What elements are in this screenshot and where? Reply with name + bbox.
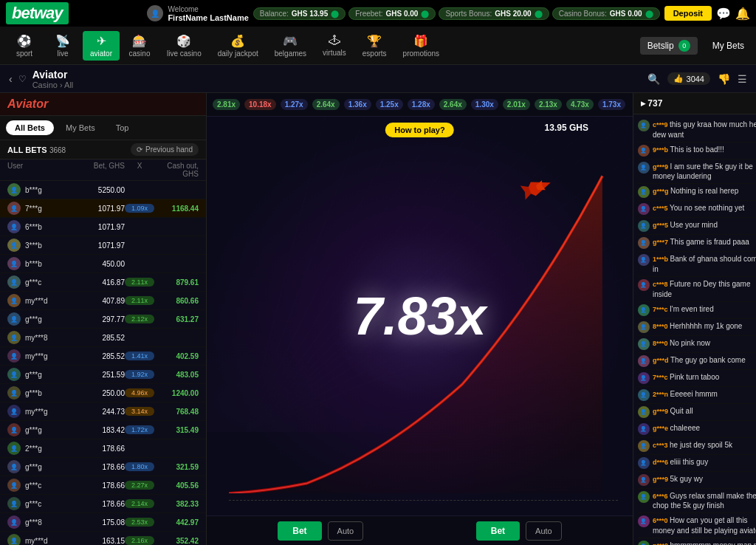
bet-amount: 407.89 <box>77 297 125 305</box>
bet-cashout: 402.59 <box>154 352 199 360</box>
chat-content: 8***0 No pink now <box>653 338 756 349</box>
notifications-icon[interactable]: 🔔 <box>735 7 750 21</box>
chat-content: d***6 eliii this guy <box>653 457 756 467</box>
sport-nav-virtuals[interactable]: 🕹 virtuals <box>315 31 354 60</box>
bet-username: 7***g <box>25 205 77 213</box>
menu-icon[interactable]: ☰ <box>738 73 747 85</box>
bet-button-left[interactable]: Bet <box>278 521 321 541</box>
tab-top[interactable]: Top <box>107 120 138 135</box>
bet-username: my***g <box>25 408 77 416</box>
bet-multiplier: 1.09x <box>125 204 154 213</box>
promotions-label: promotions <box>403 49 439 58</box>
sport-nav-aviator[interactable]: ✈ aviator <box>83 31 120 61</box>
bet-amount: 250.00 <box>77 389 125 397</box>
deposit-button[interactable]: Deposit <box>664 6 712 21</box>
chat-text: Pink turn taboo <box>670 373 719 381</box>
betway-logo: betway <box>6 2 69 24</box>
sport-nav-belgames[interactable]: 🎮 belgames <box>267 31 314 61</box>
list-item: 👤c***3 he just dey spoil 5k👍 <box>638 438 756 455</box>
prev-hand-icon: ⟳ <box>137 145 142 154</box>
table-row: 👤my***g285.521.41x402.59 <box>0 347 206 366</box>
avatar: 👤 <box>638 279 650 291</box>
chat-username: g***9 <box>653 408 670 415</box>
chat-content: 6***6 Guys relax small make them chop th… <box>653 491 756 511</box>
search-icon[interactable]: 🔍 <box>647 73 660 85</box>
bet-cashout: 860.66 <box>154 297 199 305</box>
sport-nav-live-casino[interactable]: 🎲 live casino <box>159 31 209 61</box>
avatar: 👤 <box>638 145 650 157</box>
chat-username: c***8 <box>653 281 670 288</box>
list-item: 👤8***0 Herhhhhh my 1k gone👍 <box>638 319 756 336</box>
chat-content: p***0 hmmmmmm money man plz stop plz sto… <box>653 541 756 545</box>
favorite-icon[interactable]: ♡ <box>18 74 27 84</box>
bet-multiplier <box>125 226 154 227</box>
bet-username: 3***b <box>25 241 77 250</box>
bet-amount: 1071.97 <box>77 205 125 213</box>
betslip-badge[interactable]: Betslip 0 <box>640 37 698 55</box>
bet-amount: 251.59 <box>77 371 125 379</box>
sport-nav-promotions[interactable]: 🎁 promotions <box>396 31 447 61</box>
chat-username: 7***c <box>653 374 670 381</box>
current-balance-value: 13.95 GHS <box>545 123 588 133</box>
list-item: 👤c***9 this guy kraa how much he dew wan… <box>638 117 756 143</box>
bet-multiplier: 3.14x <box>125 407 154 416</box>
sport-nav-esports[interactable]: 🏆 esports <box>355 31 394 61</box>
avatar: 👤 <box>7 331 21 344</box>
back-arrow-icon[interactable]: ‹ <box>9 73 13 85</box>
likes-count: 3044 <box>687 75 704 83</box>
chat-content: 9***b This is too bad!!! <box>653 145 756 155</box>
bet-username: my***d <box>25 537 77 545</box>
sport-nav-casino[interactable]: 🎰 casino <box>121 31 158 61</box>
prev-hand-label: Previous hand <box>145 145 193 154</box>
multiplier-chip: 1.25x <box>376 99 403 110</box>
tab-my-bets[interactable]: My Bets <box>57 120 104 135</box>
chat-username: 8***0 <box>653 323 670 330</box>
avatar: 👤 <box>638 515 650 527</box>
aviator-label: aviator <box>90 49 112 58</box>
auto-button-left[interactable]: Auto <box>328 521 364 541</box>
tab-all-bets[interactable]: All Bets <box>6 120 54 135</box>
bet-amount: 1071.97 <box>77 241 125 250</box>
chat-username: 7***c <box>653 306 670 313</box>
game-bottom-bar: Bet Auto Bet Auto <box>207 515 633 545</box>
welcome-text: Welcome <box>168 5 248 13</box>
all-bets-label: ALL BETS <box>7 145 47 154</box>
avatar: 👤 <box>638 220 650 232</box>
col-x-header: X <box>125 162 154 178</box>
auto-button-right[interactable]: Auto <box>526 521 562 541</box>
chat-text: Eeeeei hmmm <box>670 390 717 398</box>
sport-nav-live[interactable]: 📡 live <box>44 31 81 61</box>
bet-cashout: 352.42 <box>154 537 199 545</box>
bet-multiplier: 1.72x <box>125 425 154 434</box>
bet-username: g***c <box>25 481 77 490</box>
avatar: 👤 <box>638 355 650 367</box>
sport-nav-jackpot[interactable]: 💰 daily jackpot <box>210 31 266 61</box>
sport-icon: ⚽ <box>17 34 32 48</box>
my-bets-button[interactable]: My Bets <box>707 38 750 54</box>
chat-content: g***9 5k guy wy <box>653 474 756 484</box>
bet-cashout: 315.49 <box>154 426 199 434</box>
betslip-count: 0 <box>678 40 690 52</box>
bet-cashout: 1240.00 <box>154 389 199 397</box>
bet-multiplier <box>125 448 154 449</box>
chat-username: 6***0 <box>653 517 670 524</box>
chat-text: This game is fraud paaa <box>670 238 749 246</box>
virtuals-icon: 🕹 <box>329 34 340 47</box>
aviator-icon: ✈ <box>97 34 106 48</box>
avatar: 👤 <box>638 203 650 215</box>
table-row: 👤g***g183.421.72x315.49 <box>0 421 206 439</box>
chat-username: d***6 <box>653 459 670 466</box>
multiplier-chip: 1.28x <box>408 99 435 110</box>
table-row: 👤g***8175.082.53x442.97 <box>0 513 206 532</box>
bet-button-right[interactable]: Bet <box>476 521 520 541</box>
list-item: 👤g***9 Quit all👍 <box>638 404 756 421</box>
chat-text: Quit all <box>670 407 693 415</box>
thumbs-down-icon[interactable]: 👎 <box>718 73 730 85</box>
bet-multiplier: 2.14x <box>125 499 154 508</box>
prev-hand-button[interactable]: ⟳ Previous hand <box>131 143 199 156</box>
sport-nav-sport[interactable]: ⚽ sport <box>6 31 43 61</box>
casino-bonus-pill: Casino Bonus: GHS 0.00 ⬤ <box>552 7 660 20</box>
casino-icon: 🎰 <box>132 34 147 48</box>
how-to-play-button[interactable]: How to play? <box>385 123 453 137</box>
messages-icon[interactable]: 💬 <box>716 7 731 21</box>
